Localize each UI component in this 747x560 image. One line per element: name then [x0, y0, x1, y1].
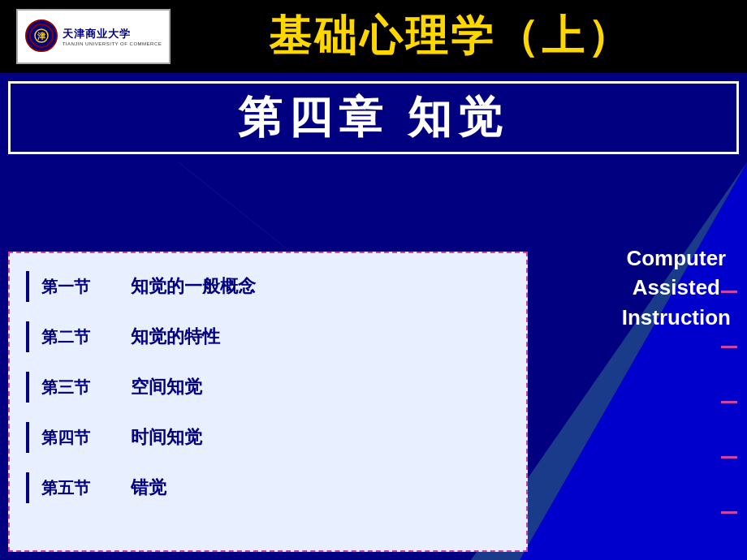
svg-text:津: 津	[37, 32, 46, 41]
item-border-4	[26, 422, 29, 453]
list-item: 第一节 知觉的一般概念	[26, 261, 510, 312]
item-border-5	[26, 472, 29, 503]
chapter-title: 第四章 知觉	[238, 88, 508, 148]
sep-3	[721, 401, 737, 403]
item-border-3	[26, 372, 29, 403]
item-number-3: 第三节	[41, 377, 106, 398]
university-logo: 津 天津商业大学 TIANJIN UNIVERSITY OF COMMERCE	[16, 9, 171, 64]
logo-en-text: TIANJIN UNIVERSITY OF COMMERCE	[63, 41, 162, 46]
chapter-title-section: 第四章 知觉	[8, 81, 739, 154]
item-border-1	[26, 271, 29, 302]
cai-instruction: Instruction	[622, 303, 731, 332]
slide: 津 天津商业大学 TIANJIN UNIVERSITY OF COMMERCE …	[0, 0, 747, 560]
list-item: 第四节 时间知觉	[26, 412, 510, 463]
logo-cn-text: 天津商业大学	[63, 27, 162, 41]
list-item: 第三节 空间知觉	[26, 362, 510, 412]
cai-assisted: Assisted	[622, 273, 731, 302]
cai-text-block: Computer Assisted Instruction	[622, 243, 731, 332]
item-text-3: 空间知觉	[131, 375, 202, 399]
item-text-4: 时间知觉	[131, 425, 202, 450]
item-text-2: 知觉的特性	[131, 325, 220, 349]
sep-4	[721, 456, 737, 459]
menu-area: 第一节 知觉的一般概念 第二节 知觉的特性 第三节 空间知觉 第四节 时间知觉 …	[8, 252, 528, 552]
item-number-1: 第一节	[41, 276, 106, 298]
list-item: 第二节 知觉的特性	[26, 312, 510, 362]
item-number-4: 第四节	[41, 427, 106, 449]
main-title: 基础心理学（上）	[171, 8, 731, 65]
item-border-2	[26, 321, 29, 352]
cai-computer: Computer	[622, 243, 731, 273]
item-number-2: 第二节	[41, 326, 106, 348]
top-bar: 津 天津商业大学 TIANJIN UNIVERSITY OF COMMERCE …	[0, 0, 747, 73]
triangle-decoration-blue	[520, 162, 747, 560]
item-number-5: 第五节	[41, 477, 106, 499]
list-item: 第五节 错觉	[26, 463, 510, 513]
sep-5	[721, 511, 737, 514]
logo-emblem: 津	[25, 19, 58, 52]
item-text-1: 知觉的一般概念	[131, 274, 256, 299]
sep-2	[721, 346, 737, 348]
item-text-5: 错觉	[131, 476, 166, 500]
